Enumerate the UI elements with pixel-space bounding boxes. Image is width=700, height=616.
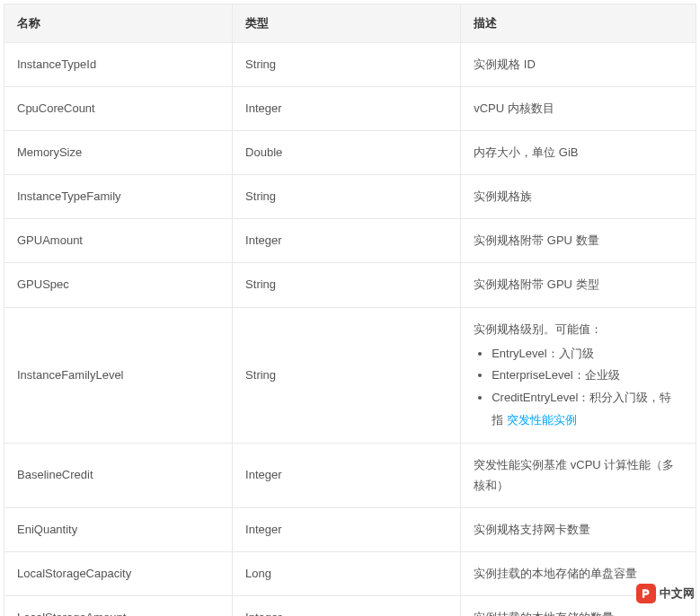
- cell-name: LocalStorageCapacity: [4, 551, 233, 595]
- cell-desc: 实例规格级别。可能值： EntryLevel：入门级 EnterpriseLev…: [461, 307, 696, 444]
- cell-name: InstanceFamilyLevel: [4, 307, 233, 444]
- cell-type: Integer: [233, 87, 461, 131]
- cell-type: String: [233, 175, 461, 219]
- cell-name: InstanceTypeFamily: [4, 175, 233, 219]
- table-row: MemorySize Double 内存大小，单位 GiB: [4, 131, 696, 175]
- cell-name: GPUSpec: [4, 263, 233, 307]
- cell-type: Integer: [233, 507, 461, 551]
- cell-type: Long: [233, 551, 461, 595]
- cell-desc: 实例规格 ID: [461, 43, 696, 87]
- cell-desc: 突发性能实例基准 vCPU 计算性能（多核和）: [461, 444, 696, 507]
- cell-desc: 实例规格族: [461, 175, 696, 219]
- burst-instance-link[interactable]: 突发性能实例: [507, 413, 577, 427]
- list-item: EntryLevel：入门级: [492, 343, 683, 365]
- header-type: 类型: [233, 4, 461, 43]
- table-row: LocalStorageAmount Integer 实例挂载的本地存储的数量: [4, 595, 696, 616]
- cell-type: String: [233, 307, 461, 444]
- list-item: CreditEntryLevel：积分入门级，特指 突发性能实例: [492, 387, 683, 431]
- php-cn-badge: 中文网: [636, 584, 695, 603]
- cell-type: String: [233, 263, 461, 307]
- table-header-row: 名称 类型 描述: [4, 4, 696, 43]
- cell-name: BaselineCredit: [4, 444, 233, 507]
- table-row: LocalStorageCapacity Long 实例挂载的本地存储的单盘容量: [4, 551, 696, 595]
- desc-list: EntryLevel：入门级 EnterpriseLevel：企业级 Credi…: [474, 343, 683, 432]
- cell-desc: 实例规格附带 GPU 数量: [461, 219, 696, 263]
- cell-type: Integer: [233, 219, 461, 263]
- cell-name: LocalStorageAmount: [4, 595, 233, 616]
- php-logo-icon: [636, 584, 656, 603]
- table-row: EniQuantity Integer 实例规格支持网卡数量: [4, 507, 696, 551]
- cell-name: MemorySize: [4, 131, 233, 175]
- header-desc: 描述: [461, 4, 696, 43]
- table-row: GPUSpec String 实例规格附带 GPU 类型: [4, 263, 696, 307]
- cell-name: EniQuantity: [4, 507, 233, 551]
- table-row: InstanceFamilyLevel String 实例规格级别。可能值： E…: [4, 307, 696, 444]
- table-row: BaselineCredit Integer 突发性能实例基准 vCPU 计算性…: [4, 444, 696, 507]
- table-row: InstanceTypeFamily String 实例规格族: [4, 175, 696, 219]
- cell-type: Double: [233, 131, 461, 175]
- cell-desc: vCPU 内核数目: [461, 87, 696, 131]
- cell-type: Integer: [233, 444, 461, 507]
- cell-type: String: [233, 43, 461, 87]
- cell-name: GPUAmount: [4, 219, 233, 263]
- badge-text: 中文网: [660, 585, 695, 602]
- cell-desc: 实例规格附带 GPU 类型: [461, 263, 696, 307]
- cell-name: CpuCoreCount: [4, 87, 233, 131]
- cell-desc: 内存大小，单位 GiB: [461, 131, 696, 175]
- desc-intro: 实例规格级别。可能值：: [474, 322, 602, 336]
- table-row: CpuCoreCount Integer vCPU 内核数目: [4, 87, 696, 131]
- cell-type: Integer: [233, 595, 461, 616]
- parameter-table: 名称 类型 描述 InstanceTypeId String 实例规格 ID C…: [4, 4, 696, 616]
- cell-desc: 实例规格支持网卡数量: [461, 507, 696, 551]
- list-item: EnterpriseLevel：企业级: [492, 365, 683, 387]
- header-name: 名称: [4, 4, 233, 43]
- table-row: InstanceTypeId String 实例规格 ID: [4, 43, 696, 87]
- cell-name: InstanceTypeId: [4, 43, 233, 87]
- table-row: GPUAmount Integer 实例规格附带 GPU 数量: [4, 219, 696, 263]
